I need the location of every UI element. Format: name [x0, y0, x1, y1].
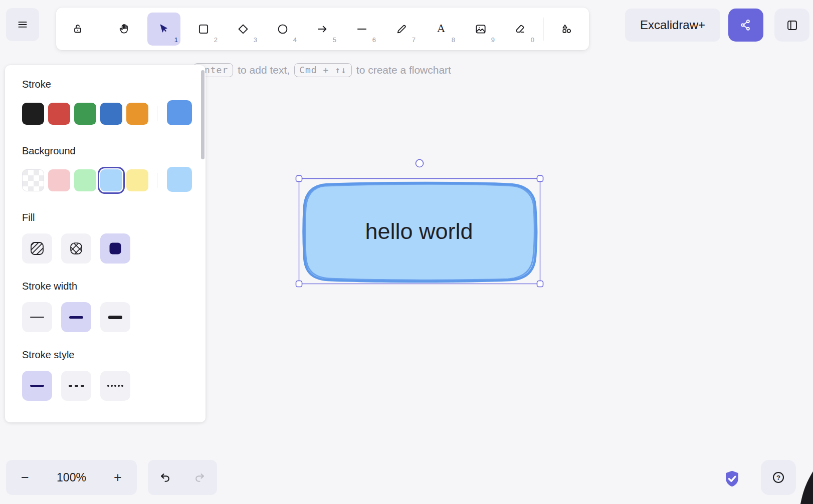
- resize-handle-sw[interactable]: [296, 281, 302, 287]
- tool-draw[interactable]: 7: [385, 13, 418, 46]
- toolbar-divider: [543, 18, 544, 41]
- solid-fill-icon: [107, 240, 124, 257]
- ellipse-icon: [276, 23, 289, 36]
- tool-shortcut: 8: [452, 36, 455, 44]
- library-sidebar-icon: [785, 19, 799, 32]
- text-icon: A: [435, 23, 448, 36]
- resize-handle-nw[interactable]: [296, 176, 302, 182]
- line-icon: [355, 23, 368, 36]
- help-glyph: ?: [776, 474, 780, 481]
- rectangle-text: hello world: [365, 218, 473, 244]
- stroke-width-bold-option[interactable]: [61, 302, 91, 332]
- resize-handle-ne[interactable]: [537, 176, 543, 182]
- rotate-handle[interactable]: [416, 160, 424, 167]
- stroke-width-thin-option[interactable]: [22, 302, 52, 332]
- bold-line-icon: [69, 316, 83, 319]
- eraser-icon: [514, 23, 527, 36]
- background-color-transparent[interactable]: [22, 169, 44, 191]
- tool-rectangle[interactable]: 2: [187, 13, 220, 46]
- shapes-icon: [560, 23, 573, 36]
- background-color-yellow[interactable]: [126, 169, 148, 191]
- pencil-icon: [395, 23, 408, 36]
- arrow-icon: [316, 23, 329, 36]
- diamond-icon: [237, 23, 250, 36]
- current-stroke-color[interactable]: [167, 100, 192, 125]
- tool-arrow[interactable]: 5: [306, 13, 339, 46]
- stroke-color-green[interactable]: [74, 103, 96, 125]
- zoom-level[interactable]: 100%: [57, 471, 86, 484]
- tool-text[interactable]: A 8: [425, 13, 458, 46]
- fill-options-row: [22, 233, 206, 264]
- stroke-style-dotted-option[interactable]: [100, 371, 130, 401]
- properties-panel: Stroke Background Fill: [5, 65, 206, 422]
- background-color-row: [22, 168, 206, 192]
- tool-line[interactable]: 6: [345, 13, 378, 46]
- fill-hachure-option[interactable]: [22, 233, 52, 264]
- swatch-divider: [157, 106, 157, 121]
- stroke-color-blue[interactable]: [100, 103, 122, 125]
- selection-cursor-icon: [157, 23, 170, 36]
- svg-text:A: A: [437, 23, 446, 35]
- history-controls: [148, 460, 217, 495]
- background-color-blue-selected[interactable]: [100, 169, 122, 191]
- library-button[interactable]: [774, 9, 809, 42]
- solid-line-icon: [30, 385, 44, 387]
- stroke-width-section-label: Stroke width: [22, 279, 206, 293]
- image-icon: [474, 23, 487, 36]
- toolbar-divider: [101, 18, 101, 41]
- excalidraw-plus-button[interactable]: Excalidraw+: [625, 9, 720, 42]
- tool-toolbar: 1 2 3 4 5 6 7 A: [56, 8, 589, 50]
- stroke-color-row: [22, 102, 206, 125]
- stroke-width-extra-bold-option[interactable]: [100, 302, 130, 332]
- background-color-pink[interactable]: [48, 169, 70, 191]
- resize-handle-se[interactable]: [537, 281, 543, 287]
- tool-lock[interactable]: [61, 13, 94, 46]
- stroke-style-dashed-option[interactable]: [61, 371, 91, 401]
- tool-ellipse[interactable]: 4: [266, 13, 299, 46]
- undo-icon: [158, 471, 172, 484]
- panel-scrollbar[interactable]: [201, 70, 205, 159]
- swatch-divider: [157, 173, 157, 188]
- dashed-line-icon: [69, 385, 84, 387]
- tool-shortcut: 2: [214, 36, 218, 44]
- tool-hand[interactable]: [108, 13, 141, 46]
- tool-image[interactable]: 9: [464, 13, 497, 46]
- tool-shortcut: 5: [333, 36, 336, 44]
- tool-shortcut: 3: [254, 36, 257, 44]
- tool-selection[interactable]: 1: [147, 13, 180, 46]
- tool-eraser[interactable]: 0: [504, 13, 537, 46]
- hand-icon: [118, 23, 131, 36]
- stroke-color-orange[interactable]: [126, 103, 148, 125]
- redo-button[interactable]: [182, 460, 217, 495]
- help-button[interactable]: ?: [761, 460, 796, 495]
- share-button[interactable]: [728, 9, 763, 42]
- stroke-style-solid-option[interactable]: [22, 371, 52, 401]
- tool-shortcut: 1: [174, 36, 178, 44]
- cross-hatch-icon: [68, 240, 85, 257]
- dotted-line-icon: [107, 385, 123, 387]
- stroke-style-options-row: [22, 371, 206, 401]
- hachure-icon: [29, 240, 46, 257]
- fill-section-label: Fill: [22, 210, 206, 224]
- zoom-in-button[interactable]: +: [106, 465, 130, 489]
- rectangle-icon: [197, 23, 210, 36]
- stroke-color-red[interactable]: [48, 103, 70, 125]
- tool-shortcut: 7: [412, 36, 416, 44]
- stroke-style-section-label: Stroke style: [22, 348, 206, 362]
- tool-diamond[interactable]: 3: [227, 13, 260, 46]
- tool-shortcut: 0: [531, 36, 534, 44]
- background-color-green[interactable]: [74, 169, 96, 191]
- corner-drawing-fragment: [800, 471, 813, 504]
- zoom-out-button[interactable]: −: [13, 465, 37, 489]
- zoom-controls: − 100% +: [6, 460, 137, 495]
- fill-solid-option[interactable]: [100, 233, 130, 264]
- unlock-icon: [71, 23, 84, 36]
- tool-shortcut: 9: [491, 36, 495, 44]
- main-menu-button[interactable]: [6, 8, 39, 41]
- stroke-color-black[interactable]: [22, 103, 44, 125]
- tool-shapes[interactable]: [550, 13, 583, 46]
- current-background-color[interactable]: [167, 167, 192, 192]
- fill-cross-hatch-option[interactable]: [61, 233, 91, 264]
- undo-button[interactable]: [148, 460, 182, 495]
- extra-bold-line-icon: [108, 316, 122, 319]
